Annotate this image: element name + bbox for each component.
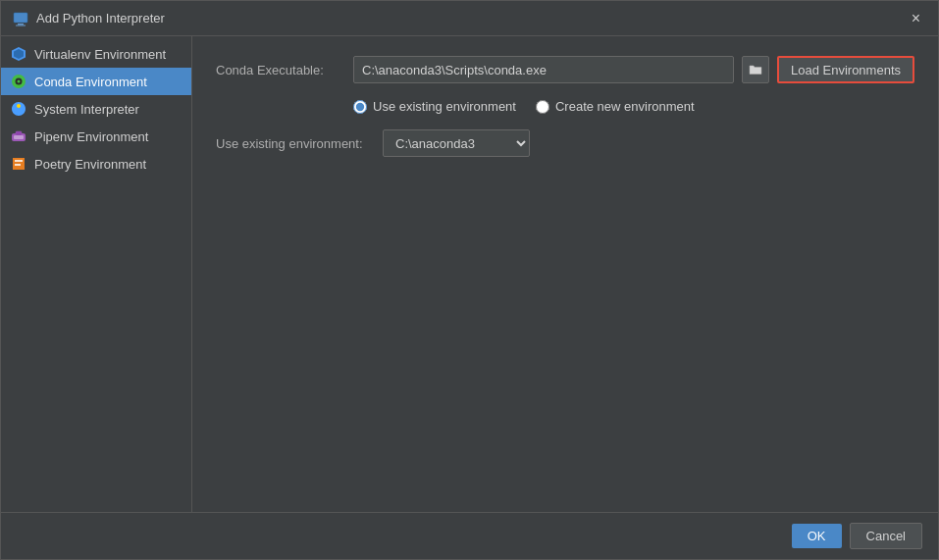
create-new-radio-option[interactable]: Create new environment xyxy=(536,99,695,114)
title-bar: Add Python Interpreter × xyxy=(1,1,938,36)
dialog-title: Add Python Interpreter xyxy=(36,11,165,25)
sidebar-item-label-poetry: Poetry Environment xyxy=(34,157,146,172)
sidebar-item-pipenv[interactable]: Pipenv Environment xyxy=(1,123,191,150)
conda-executable-input[interactable] xyxy=(353,56,734,83)
conda-executable-input-group: Load Environments xyxy=(353,56,914,83)
sidebar-item-system[interactable]: System Interpreter xyxy=(1,95,191,123)
sidebar-item-label-virtualenv: Virtualenv Environment xyxy=(34,47,166,62)
use-existing-env-row: Use existing environment: C:\anaconda3 xyxy=(216,129,914,157)
use-existing-radio-label: Use existing environment xyxy=(373,99,516,114)
sidebar-item-conda[interactable]: Conda Environment xyxy=(1,68,191,95)
use-existing-radio[interactable] xyxy=(353,100,367,114)
dialog-body: Virtualenv Environment Conda Environment xyxy=(1,36,938,512)
svg-rect-2 xyxy=(16,25,26,25)
virtualenv-icon xyxy=(11,46,26,62)
create-new-radio-label: Create new environment xyxy=(555,99,695,114)
use-existing-radio-option[interactable]: Use existing environment xyxy=(353,99,516,114)
use-existing-env-label: Use existing environment: xyxy=(216,136,373,151)
svg-rect-9 xyxy=(16,131,22,135)
sidebar-item-label-pipenv: Pipenv Environment xyxy=(34,129,148,144)
ok-button[interactable]: OK xyxy=(792,524,842,548)
svg-rect-1 xyxy=(18,24,24,25)
conda-executable-label: Conda Executable: xyxy=(216,63,343,77)
sidebar-item-label-conda: Conda Environment xyxy=(34,75,147,89)
cancel-button[interactable]: Cancel xyxy=(850,523,922,549)
app-icon xyxy=(13,11,28,26)
radio-row: Use existing environment Create new envi… xyxy=(353,99,914,114)
poetry-icon xyxy=(11,156,26,172)
load-environments-button[interactable]: Load Environments xyxy=(777,56,914,83)
sidebar-item-poetry[interactable]: Poetry Environment xyxy=(1,150,191,178)
add-python-interpreter-dialog: Add Python Interpreter × Virtualenv Envi… xyxy=(0,0,939,560)
dialog-footer: OK Cancel xyxy=(1,512,938,559)
sidebar-item-label-system: System Interpreter xyxy=(34,102,139,117)
create-new-radio[interactable] xyxy=(536,100,549,114)
svg-rect-10 xyxy=(14,135,24,139)
conda-icon xyxy=(11,74,26,89)
main-content: Conda Executable: Load Environments Use … xyxy=(192,36,938,512)
svg-point-7 xyxy=(18,80,21,83)
conda-executable-row: Conda Executable: Load Environments xyxy=(216,56,914,83)
browse-button[interactable] xyxy=(742,56,769,83)
sidebar-item-virtualenv[interactable]: Virtualenv Environment xyxy=(1,40,191,68)
close-button[interactable]: × xyxy=(906,8,926,29)
use-existing-env-dropdown[interactable]: C:\anaconda3 xyxy=(383,129,530,157)
system-icon xyxy=(11,101,26,117)
sidebar: Virtualenv Environment Conda Environment xyxy=(1,36,192,512)
pipenv-icon xyxy=(11,128,26,144)
folder-icon xyxy=(749,64,762,76)
svg-rect-0 xyxy=(14,13,27,23)
title-bar-left: Add Python Interpreter xyxy=(13,11,165,26)
